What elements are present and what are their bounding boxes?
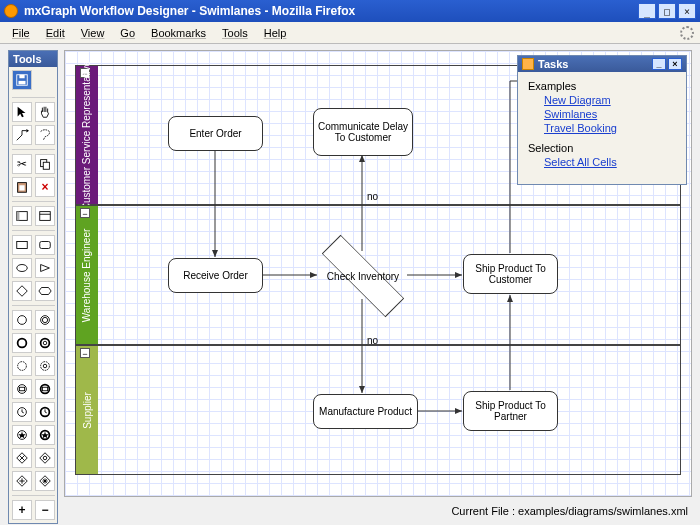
circle-double-shape[interactable] xyxy=(35,310,55,330)
paste-button[interactable] xyxy=(12,177,32,197)
svg-rect-11 xyxy=(17,242,28,249)
edge-label-no: no xyxy=(367,335,378,346)
swimlane-shape[interactable] xyxy=(12,206,32,226)
rect-shape[interactable] xyxy=(12,235,32,255)
save-button[interactable] xyxy=(12,70,32,90)
lane-head-supplier[interactable]: − Supplier xyxy=(76,346,98,474)
tasks-panel-title: Tasks _ × xyxy=(518,56,686,72)
lasso-tool[interactable] xyxy=(35,125,55,145)
link-new-diagram[interactable]: New Diagram xyxy=(544,94,676,106)
menu-view[interactable]: View xyxy=(75,25,111,41)
lane-label: Warehouse Engineer xyxy=(82,228,93,322)
svg-point-21 xyxy=(41,362,50,371)
tasks-panel: Tasks _ × Examples New Diagram Swimlanes… xyxy=(517,55,687,185)
svg-rect-9 xyxy=(40,212,51,221)
circle-thin-shape[interactable] xyxy=(12,310,32,330)
svg-point-13 xyxy=(17,265,28,272)
svg-point-20 xyxy=(18,362,27,371)
pointer-tool[interactable] xyxy=(12,102,32,122)
node-manufacture[interactable]: Manufacture Product xyxy=(313,394,418,429)
menu-tools[interactable]: Tools xyxy=(216,25,254,41)
event-clock-shape[interactable] xyxy=(12,402,32,422)
tasks-icon xyxy=(522,58,534,70)
svg-point-19 xyxy=(43,341,47,345)
circle-bold-double-shape[interactable] xyxy=(35,333,55,353)
node-ship-partner[interactable]: Ship Product To Partner xyxy=(463,391,558,431)
window-title: mxGraph Workflow Designer - Swimlanes - … xyxy=(24,4,638,18)
titlebar: mxGraph Workflow Designer - Swimlanes - … xyxy=(0,0,700,22)
circle-dash-shape[interactable] xyxy=(12,356,32,376)
container-shape[interactable] xyxy=(35,206,55,226)
ellipse-shape[interactable] xyxy=(12,258,32,278)
svg-point-22 xyxy=(43,364,47,368)
menu-edit[interactable]: Edit xyxy=(40,25,71,41)
lane-head-csr[interactable]: − Customer Service Representative xyxy=(76,66,98,204)
gateway-o-shape[interactable] xyxy=(35,448,55,468)
svg-rect-4 xyxy=(43,162,49,169)
collapse-icon[interactable]: − xyxy=(80,208,90,218)
close-button[interactable]: × xyxy=(678,3,696,19)
minus-button[interactable]: − xyxy=(35,500,55,520)
svg-point-14 xyxy=(18,316,27,325)
node-check-inventory[interactable]: Check Inventory xyxy=(318,252,408,300)
canvas[interactable]: − Customer Service Representative Enter … xyxy=(64,50,692,497)
minimize-button[interactable]: _ xyxy=(638,3,656,19)
link-select-all-cells[interactable]: Select All Cells xyxy=(544,156,676,168)
connect-tool[interactable] xyxy=(12,125,32,145)
menu-file[interactable]: File xyxy=(6,25,36,41)
event-star-shape[interactable] xyxy=(12,425,32,445)
svg-rect-24 xyxy=(19,387,24,391)
roundrect-shape[interactable] xyxy=(35,235,55,255)
gateway-plus-shape[interactable] xyxy=(12,471,32,491)
node-receive-order[interactable]: Receive Order xyxy=(168,258,263,293)
lane-head-warehouse[interactable]: − Warehouse Engineer xyxy=(76,206,98,344)
event-envelope-shape[interactable] xyxy=(12,379,32,399)
gateway-x-shape[interactable] xyxy=(12,448,32,468)
node-comm-delay[interactable]: Communicate Delay To Customer xyxy=(313,108,413,156)
plus-button[interactable]: + xyxy=(12,500,32,520)
lane-label: Supplier xyxy=(82,392,93,429)
svg-rect-6 xyxy=(19,185,24,190)
menu-help[interactable]: Help xyxy=(258,25,293,41)
hexagon-shape[interactable] xyxy=(35,281,55,301)
svg-point-17 xyxy=(18,339,27,348)
menu-bookmarks[interactable]: Bookmarks xyxy=(145,25,212,41)
collapse-icon[interactable]: − xyxy=(80,348,90,358)
tasks-minimize-button[interactable]: _ xyxy=(652,58,666,70)
circle-bold-shape[interactable] xyxy=(12,333,32,353)
svg-point-18 xyxy=(41,339,50,348)
event-clock-bold-shape[interactable] xyxy=(35,402,55,422)
diamond-shape[interactable] xyxy=(12,281,32,301)
event-envelope-bold-shape[interactable] xyxy=(35,379,55,399)
status-current-file: Current File : examples/diagrams/swimlan… xyxy=(451,505,688,517)
svg-rect-26 xyxy=(42,387,47,391)
node-enter-order[interactable]: Enter Order xyxy=(168,116,263,151)
circle-dash-double-shape[interactable] xyxy=(35,356,55,376)
svg-point-16 xyxy=(42,317,47,322)
lane-warehouse[interactable]: − Warehouse Engineer Receive Order Check… xyxy=(75,205,681,345)
gateway-star-shape[interactable] xyxy=(35,471,55,491)
tasks-close-button[interactable]: × xyxy=(668,58,682,70)
link-travel-booking[interactable]: Travel Booking xyxy=(544,122,676,134)
tasks-examples-heading: Examples xyxy=(528,80,676,92)
maximize-button[interactable]: □ xyxy=(658,3,676,19)
tasks-selection-heading: Selection xyxy=(528,142,676,154)
svg-rect-1 xyxy=(19,81,26,85)
copy-button[interactable] xyxy=(35,154,55,174)
menu-go[interactable]: Go xyxy=(114,25,141,41)
lane-label: Customer Service Representative xyxy=(82,60,93,210)
svg-rect-12 xyxy=(40,242,51,249)
node-ship-customer[interactable]: Ship Product To Customer xyxy=(463,254,558,294)
pan-tool[interactable] xyxy=(35,102,55,122)
delete-button[interactable]: × xyxy=(35,177,55,197)
event-star-bold-shape[interactable] xyxy=(35,425,55,445)
triangle-shape[interactable] xyxy=(35,258,55,278)
loading-spinner-icon xyxy=(680,26,694,40)
svg-rect-2 xyxy=(19,75,24,79)
menubar: File Edit View Go Bookmarks Tools Help xyxy=(0,22,700,44)
link-swimlanes[interactable]: Swimlanes xyxy=(544,108,676,120)
lane-supplier[interactable]: − Supplier Manufacture Product Ship Prod… xyxy=(75,345,681,475)
cut-button[interactable]: ✂ xyxy=(12,154,32,174)
workspace: Tools ✂ × xyxy=(0,44,700,525)
svg-rect-8 xyxy=(17,212,20,221)
